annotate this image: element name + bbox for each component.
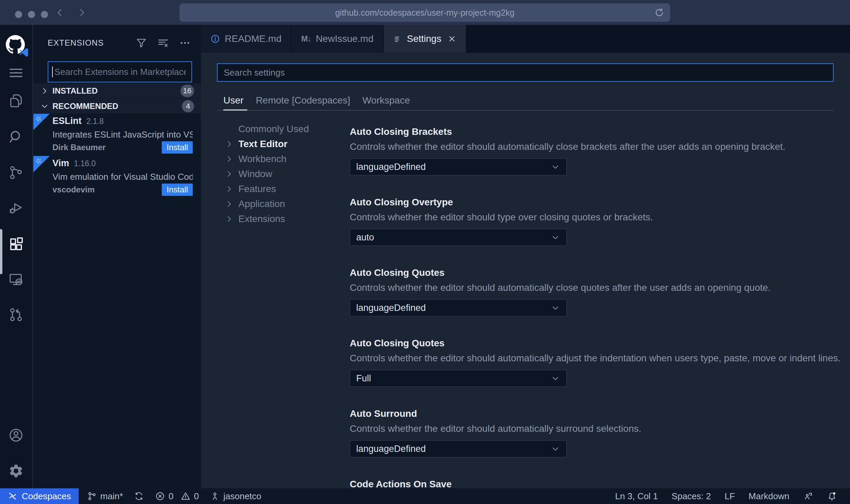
person-icon — [210, 491, 220, 501]
settings-search-input[interactable] — [217, 63, 834, 82]
dropdown-value: Full — [356, 373, 371, 384]
settings-scope-tabs: User Remote [Codespaces] Workspace — [223, 93, 410, 108]
chevron-down-icon — [551, 233, 560, 242]
setting-description: Controls whether the editor should type … — [350, 212, 653, 223]
address-bar[interactable]: github.com/codespaces/user-my-project-mg… — [179, 3, 670, 22]
run-debug-icon[interactable] — [8, 200, 24, 216]
window-zoom-button[interactable] — [41, 11, 48, 18]
scope-tab-remote[interactable]: Remote [Codespaces] — [256, 95, 350, 106]
filter-icon[interactable] — [136, 37, 147, 49]
count-badge: 16 — [180, 85, 194, 97]
search-icon[interactable] — [8, 129, 24, 145]
toc-window[interactable]: Window — [201, 167, 324, 182]
toc-workbench[interactable]: Workbench — [201, 152, 324, 167]
remote-indicator[interactable]: Codespaces — [0, 488, 79, 504]
install-button[interactable]: Install — [162, 141, 193, 154]
tab-readme[interactable]: README.md — [201, 25, 292, 53]
toc-application[interactable]: Application — [201, 196, 324, 211]
toc-text-editor[interactable]: Text Editor — [201, 137, 324, 152]
count-badge: 4 — [182, 100, 194, 112]
active-scope-underline — [223, 109, 247, 111]
info-icon — [210, 34, 220, 44]
warning-count: 0 — [194, 491, 199, 502]
chevron-right-icon — [40, 86, 49, 95]
source-control-icon[interactable] — [8, 165, 24, 180]
clear-search-results-icon[interactable] — [157, 37, 169, 49]
tab-settings[interactable]: Settings — [384, 25, 467, 53]
chevron-down-icon — [551, 303, 560, 313]
setting-title: Auto Surround — [350, 408, 417, 419]
extension-description: Vim emulation for Visual Studio Code... — [52, 170, 193, 183]
chevron-right-icon — [225, 200, 234, 208]
remote-explorer-icon[interactable] — [8, 272, 24, 287]
error-icon — [155, 491, 165, 501]
markdown-icon: M↓ — [301, 34, 311, 44]
setting-dropdown[interactable]: languageDefined — [350, 158, 567, 175]
toc-extensions[interactable]: Extensions — [201, 211, 324, 226]
cursor-position[interactable]: Ln 3, Col 1 — [608, 491, 665, 502]
extension-version: 1.16.0 — [74, 159, 96, 168]
account-icon[interactable] — [8, 427, 24, 443]
setting-description: Controls whether the editor should autom… — [350, 353, 840, 364]
install-button[interactable]: Install — [162, 184, 193, 196]
setting-title: Auto Closing Overtype — [350, 197, 453, 208]
setting-dropdown[interactable]: auto — [350, 229, 567, 246]
toc-commonly-used[interactable]: Commonly Used — [201, 122, 324, 137]
scope-tab-user[interactable]: User — [223, 95, 243, 106]
setting-dropdown[interactable]: languageDefined — [350, 440, 567, 457]
activity-bar — [0, 25, 33, 488]
extension-description: Integrates ESLint JavaScript into VS C..… — [52, 128, 193, 141]
github-pull-request-icon[interactable] — [8, 307, 24, 322]
more-actions-icon[interactable] — [179, 37, 191, 49]
tab-label: Settings — [407, 33, 441, 44]
close-icon[interactable] — [447, 34, 456, 43]
dropdown-value: languageDefined — [356, 444, 426, 454]
notifications-status[interactable] — [820, 491, 844, 501]
extension-list-item[interactable]: ☆ ESLint 2.1.8 Integrates ESLint JavaScr… — [33, 114, 201, 156]
error-count: 0 — [169, 491, 173, 502]
setting-dropdown[interactable]: languageDefined — [350, 299, 567, 316]
explorer-icon[interactable] — [8, 93, 24, 109]
settings-list-icon — [393, 34, 402, 43]
text-caret — [52, 66, 53, 77]
menu-icon[interactable] — [8, 65, 24, 81]
extension-version: 2.1.8 — [86, 117, 104, 126]
setting-dropdown[interactable]: Full — [350, 370, 567, 387]
feedback-icon — [803, 491, 813, 501]
extension-list-item[interactable]: ☆ Vim 1.16.0 Vim emulation for Visual St… — [33, 156, 201, 198]
dropdown-value: languageDefined — [356, 162, 426, 172]
language-mode[interactable]: Markdown — [742, 491, 796, 502]
problems-status[interactable]: 0 0 — [149, 488, 204, 504]
scope-tab-workspace[interactable]: Workspace — [362, 95, 410, 106]
github-codespaces-logo[interactable] — [6, 35, 26, 56]
section-recommended[interactable]: RECOMMENDED 4 — [33, 98, 201, 113]
indentation-status[interactable]: Spaces: 2 — [665, 491, 718, 502]
window-close-button[interactable] — [15, 11, 22, 18]
toc-features[interactable]: Features — [201, 182, 324, 196]
setting-item: Auto Closing Brackets Controls whether t… — [350, 126, 834, 197]
user-label: jasonetco — [223, 491, 261, 502]
dropdown-value: auto — [356, 232, 374, 243]
window-controls — [15, 11, 48, 18]
browser-back-button[interactable] — [54, 7, 65, 18]
window-minimize-button[interactable] — [28, 11, 35, 18]
user-status[interactable]: jasonetco — [204, 488, 267, 504]
feedback-status[interactable] — [796, 491, 820, 501]
extensions-search-input[interactable] — [48, 61, 192, 82]
sync-status[interactable] — [128, 488, 149, 504]
branch-status[interactable]: main* — [81, 488, 128, 504]
chevron-down-icon — [551, 162, 560, 172]
section-installed[interactable]: INSTALLED 16 — [33, 83, 201, 98]
settings-gear-icon[interactable] — [8, 463, 24, 479]
browser-forward-button[interactable] — [76, 7, 87, 18]
tab-newissue[interactable]: M↓ NewIssue.md — [292, 25, 383, 53]
chevron-right-icon — [225, 155, 234, 163]
eol-status[interactable]: LF — [718, 491, 742, 502]
extensions-sidebar: EXTENSIONS INSTALLED 16 RECOMMENDED 4 — [33, 25, 201, 488]
extensions-icon[interactable] — [8, 236, 24, 252]
setting-description: Controls whether the editor should autom… — [350, 423, 641, 434]
reload-icon[interactable] — [654, 7, 665, 18]
active-view-indicator — [0, 229, 2, 274]
extension-name: ESLint — [52, 116, 82, 126]
warning-icon — [180, 491, 191, 501]
